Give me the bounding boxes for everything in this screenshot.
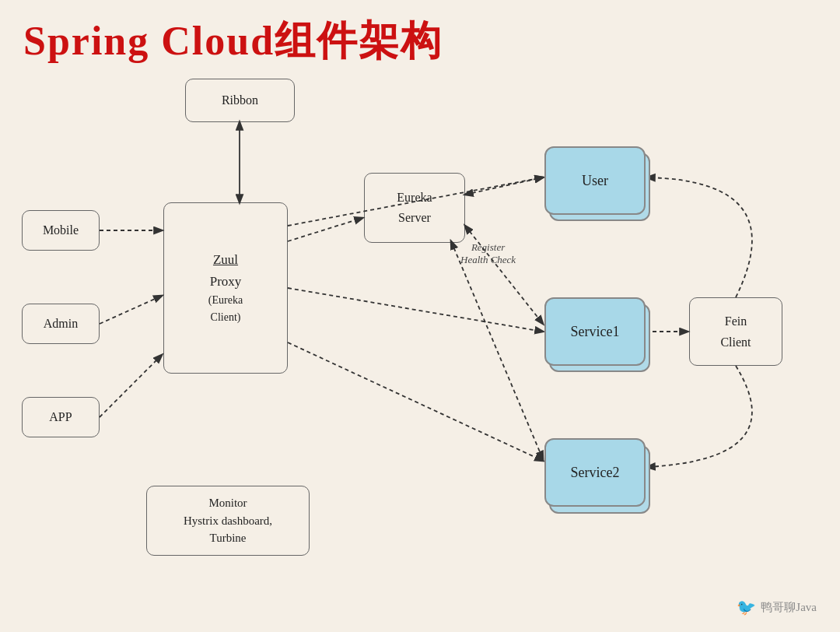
eureka-server-label: Server <box>398 208 431 228</box>
zuul-proxy: Proxy <box>210 271 242 292</box>
zuul-client: Client) <box>211 309 241 326</box>
ribbon-box: Ribbon <box>185 79 295 122</box>
svg-line-4 <box>288 218 362 241</box>
zuul-eureka: (Eureka <box>208 292 243 309</box>
svg-line-9 <box>288 288 543 332</box>
monitor-label: Monitor <box>208 494 247 512</box>
ribbon-label: Ribbon <box>222 93 258 107</box>
monitor-box: Monitor Hystrix dashboard, Turbine <box>146 486 310 556</box>
watermark-text: 鸭哥聊Java <box>761 600 817 615</box>
user-label: User <box>582 173 608 189</box>
hystrix-label: Hystrix dashboard, <box>184 512 272 530</box>
admin-label: Admin <box>44 317 78 331</box>
fein-label: Fein <box>725 311 747 332</box>
turbine-label: Turbine <box>210 529 247 547</box>
svg-line-10 <box>288 342 543 461</box>
page-title: Spring Cloud组件架构 <box>23 14 443 68</box>
service2-label: Service2 <box>571 465 620 481</box>
service2-box: Service2 <box>544 438 646 507</box>
fein-box: Fein Client <box>689 297 782 366</box>
fein-client-label: Client <box>720 332 751 353</box>
svg-line-1 <box>100 296 162 324</box>
svg-line-5 <box>465 177 543 195</box>
mobile-box: Mobile <box>22 210 100 251</box>
zuul-box: Zuul Proxy (Eureka Client) <box>163 202 288 374</box>
zuul-label: Zuul <box>213 252 238 267</box>
eureka-label: Eureka <box>397 188 432 208</box>
mobile-label: Mobile <box>43 223 79 237</box>
svg-line-2 <box>100 355 162 417</box>
watermark: 🐦 鸭哥聊Java <box>737 598 817 616</box>
register-label: RegisterHealth Check <box>460 241 516 266</box>
svg-line-7 <box>451 241 543 459</box>
service1-label: Service1 <box>571 324 620 340</box>
user-box: User <box>544 146 646 215</box>
admin-box: Admin <box>22 304 100 344</box>
service1-box: Service1 <box>544 297 646 366</box>
app-label: APP <box>49 410 72 424</box>
app-box: APP <box>22 397 100 437</box>
eureka-box: Eureka Server <box>364 173 465 243</box>
svg-line-6 <box>465 226 543 324</box>
